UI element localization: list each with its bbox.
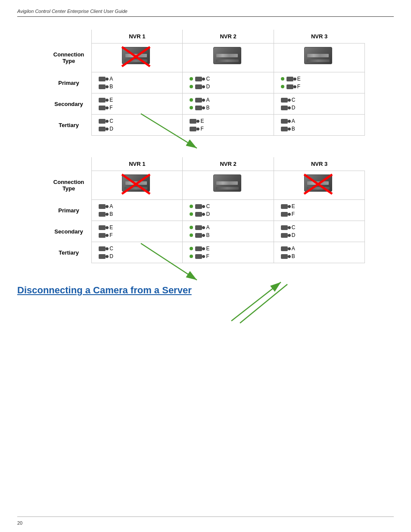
table2-wrapper: NVR 1 NVR 2 NVR 3 ConnectionType [46,157,365,263]
table2-nvr1-tertiary: C D [92,242,183,263]
table1-nvr2-primary: C D [183,72,274,93]
empty-header [46,30,92,44]
table2-nvr2-primary: C D [183,200,274,221]
section-heading[interactable]: Disconnecting a Camera from a Server [17,285,394,296]
nvr1-x-mark [120,45,152,68]
t2-nvr2-box [213,174,241,192]
t2-tertiary-label: Tertiary [46,242,92,263]
table1-nvr1-tertiary: C D [92,115,183,136]
table2: NVR 1 NVR 2 NVR 3 ConnectionType [46,157,365,263]
t2-nvr3-header: NVR 3 [274,157,364,171]
table2-row-tertiary: Tertiary C D E F A B [46,242,365,263]
table2-nvr3-device [274,171,364,200]
table1-nvr1-primary: A B [92,72,183,93]
table1-nvr1-secondary: E F [92,93,183,115]
table1-nvr2-tertiary: E F [183,115,274,136]
nvr3-box [304,47,332,64]
table1-row-secondary: Secondary E F A B C D [46,93,365,115]
t2-primary-label: Primary [46,200,92,221]
footer-line [17,516,394,517]
table2-nvr2-secondary: A B [183,221,274,242]
table2-nvr1-primary: A B [92,200,183,221]
table1-row-primary: Primary A B C D E F [46,72,365,93]
t2-secondary-label: Secondary [46,221,92,242]
t2-conntype-label: ConnectionType [46,171,92,200]
table2-nvr3-tertiary: A B [274,242,364,263]
primary-label: Primary [46,72,92,93]
table2-nvr3-secondary: C D [274,221,364,242]
table2-nvr2-device [183,171,274,200]
table1-row-tertiary: Tertiary C D E F A B [46,115,365,136]
nvr2-box [213,47,241,64]
table1: NVR 1 NVR 2 NVR 3 ConnectionType [46,30,365,136]
table1-nvr3-secondary: C D [274,93,364,115]
table1-row-conntype: ConnectionType [46,44,365,72]
table1-nvr3-device [274,44,364,72]
t2-nvr2-header: NVR 2 [183,157,274,171]
tertiary-label: Tertiary [46,115,92,136]
header-line [17,16,394,17]
table1-nvr1-device [92,44,183,72]
table1-nvr2-device [183,44,274,72]
table2-nvr1-secondary: E F [92,221,183,242]
table1-nvr3-primary: E F [274,72,364,93]
table2-nvr3-primary: E F [274,200,364,221]
header-title: Avigilon Control Center Enterprise Clien… [17,9,394,14]
table2-header-row: NVR 1 NVR 2 NVR 3 [46,157,365,171]
table1-header-row: NVR 1 NVR 2 NVR 3 [46,30,365,44]
table2-nvr1-device [92,171,183,200]
table2-row-secondary: Secondary E F A B C D [46,221,365,242]
table1-wrapper: NVR 1 NVR 2 NVR 3 ConnectionType [46,30,365,136]
t2-nvr3-x-mark [302,172,334,196]
t2-nvr1-header: NVR 1 [92,157,183,171]
table1-nvr3-tertiary: A B [274,115,364,136]
conntype-label: ConnectionType [46,44,92,72]
nvr3-header: NVR 3 [274,30,364,44]
nvr1-header: NVR 1 [92,30,183,44]
t2-empty-header [46,157,92,171]
table2-row-conntype: ConnectionType [46,171,365,200]
nvr2-header: NVR 2 [183,30,274,44]
table1-nvr2-secondary: A B [183,93,274,115]
table2-row-primary: Primary A B C D E F [46,200,365,221]
page-number: 20 [17,520,22,526]
t2-nvr1-x-mark [120,172,152,196]
table2-nvr2-tertiary: E F [183,242,274,263]
secondary-label: Secondary [46,93,92,115]
